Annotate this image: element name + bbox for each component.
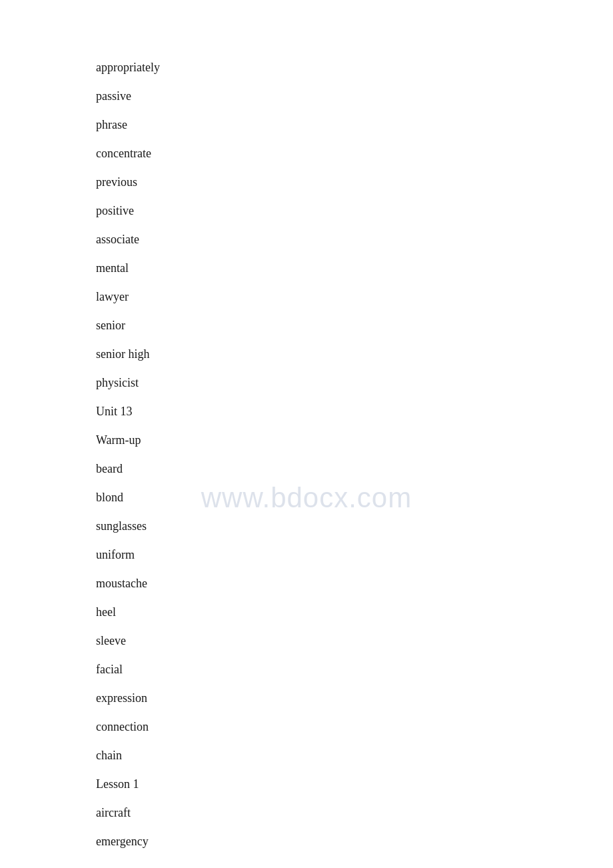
list-item: heel	[96, 598, 613, 627]
list-item: pray	[96, 856, 613, 868]
list-item: previous	[96, 168, 613, 197]
list-item: mental	[96, 254, 613, 283]
list-item: associate	[96, 225, 613, 254]
list-item: blond	[96, 483, 613, 512]
list-item: beard	[96, 455, 613, 483]
list-item: concentrate	[96, 139, 613, 168]
list-item: sunglasses	[96, 512, 613, 541]
list-item: sleeve	[96, 627, 613, 655]
list-item: senior high	[96, 340, 613, 369]
list-item: uniform	[96, 541, 613, 569]
list-item: facial	[96, 655, 613, 684]
list-item: appropriately	[96, 53, 613, 82]
list-item: lawyer	[96, 283, 613, 311]
list-item: chain	[96, 741, 613, 770]
list-item: positive	[96, 197, 613, 225]
word-list: appropriatelypassivephraseconcentratepre…	[0, 0, 613, 868]
list-item: physicist	[96, 369, 613, 397]
list-item: emergency	[96, 827, 613, 856]
list-item: Warm-up	[96, 426, 613, 455]
list-item: Lesson 1	[96, 770, 613, 799]
list-item: phrase	[96, 111, 613, 139]
list-item: expression	[96, 684, 613, 713]
list-item: passive	[96, 82, 613, 111]
list-item: aircraft	[96, 799, 613, 827]
list-item: moustache	[96, 569, 613, 598]
list-item: senior	[96, 311, 613, 340]
list-item: connection	[96, 713, 613, 741]
list-item: Unit 13	[96, 397, 613, 426]
